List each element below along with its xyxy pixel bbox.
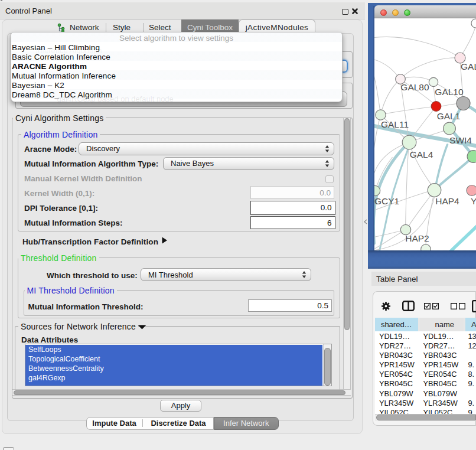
svg-text:GAL4: GAL4: [409, 149, 433, 159]
svg-text:GAL: GAL: [461, 61, 476, 71]
svg-text:GAL10: GAL10: [435, 87, 464, 97]
svg-text:GAL1: GAL1: [436, 111, 460, 121]
svg-text:GAL11: GAL11: [380, 119, 408, 129]
svg-text:Y: Y: [471, 196, 476, 206]
svg-text:HAP2: HAP2: [405, 233, 429, 243]
svg-text:GCY1: GCY1: [374, 196, 399, 206]
svg-text:GAL80: GAL80: [400, 82, 429, 92]
svg-text:SWI4: SWI4: [449, 135, 472, 145]
svg-text:HAP4: HAP4: [435, 196, 459, 206]
